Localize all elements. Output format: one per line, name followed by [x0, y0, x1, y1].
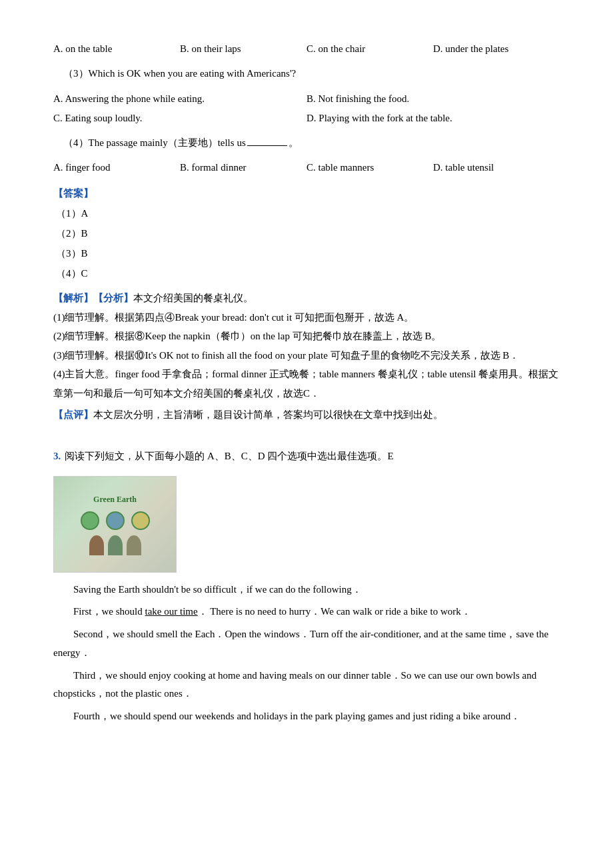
q3-option-b: B. Not finishing the food.	[306, 89, 560, 109]
answer-line-3: （4）C	[56, 263, 560, 283]
analysis-sublabel: 【分析】	[93, 293, 133, 303]
circle-1	[81, 511, 99, 530]
analysis-detail-0: (1)细节理解。根据第四点④Break your bread: don't cu…	[53, 308, 560, 327]
paragraph-1: First，we should take our time． There is …	[53, 603, 560, 621]
answer-line-1: （2）B	[56, 223, 560, 243]
image-decoration	[81, 511, 150, 530]
q4-text: （4）The passage mainly（主要地）tells us	[63, 137, 246, 148]
answers-lines: （1）A（2）B（3）B（4）C	[53, 203, 560, 283]
analysis-section: 【解析】【分析】本文介绍美国的餐桌礼仪。 (1)细节理解。根据第四点④Break…	[53, 289, 560, 425]
paragraph-4: Fourth，we should spend our weekends and …	[53, 707, 560, 726]
q2-option-c: C. on the chair	[306, 40, 433, 58]
paragraph-2: Second，we should smell the Each．Open the…	[53, 625, 560, 663]
analysis-details: (1)细节理解。根据第四点④Break your bread: don't cu…	[53, 308, 560, 403]
section3-text: 阅读下列短文，从下面每小题的 A、B、C、D 四个选项中选出最佳选项。E	[65, 447, 393, 465]
section3-container: 3. 阅读下列短文，从下面每小题的 A、B、C、D 四个选项中选出最佳选项。E …	[53, 435, 560, 726]
q4-option-d: D. table utensil	[433, 159, 560, 177]
q3-option-d: D. Playing with the fork at the table.	[306, 109, 560, 128]
q2-option-d: D. under the plates	[433, 40, 560, 58]
analysis-intro: 本文介绍美国的餐桌礼仪。	[133, 293, 253, 303]
q2-option-b: B. on their laps	[180, 40, 306, 58]
image-inner: Green Earth	[54, 477, 176, 572]
figure-1	[89, 535, 104, 555]
analysis-header: 【解析】【分析】本文介绍美国的餐桌礼仪。	[53, 289, 560, 308]
q3-options-row: A. Answering the phone while eating. B. …	[53, 89, 560, 127]
circle-2	[106, 511, 125, 530]
answers-label: 【答案】	[53, 188, 93, 199]
answers-section: 【答案】 （1）A（2）B（3）B（4）C	[53, 183, 560, 283]
q3-text: （3）Which is OK when you are eating with …	[63, 68, 296, 79]
analysis-detail-2: (3)细节理解。根据⑩It's OK not to finish all the…	[53, 346, 560, 365]
q4-question: （4）The passage mainly（主要地）tells us。	[53, 134, 560, 152]
answer-line-2: （3）B	[56, 243, 560, 263]
image-figures	[89, 535, 141, 555]
section3-paragraphs: Saving the Earth shouldn't be so difficu…	[53, 581, 560, 726]
q2-option-a: A. on the table	[53, 40, 180, 58]
comment-text: 本文层次分明，主旨清晰，题目设计简单，答案均可以很快在文章中找到出处。	[93, 409, 443, 420]
underline-taketime: take our time	[145, 606, 198, 617]
image-title: Green Earth	[93, 493, 137, 507]
paragraph-3: Third，we should enjoy cooking at home an…	[53, 667, 560, 704]
q3-option-a: A. Answering the phone while eating.	[53, 89, 306, 109]
answer-line-0: （1）A	[56, 203, 560, 223]
section3-number: 3.	[53, 447, 61, 465]
section3-image: Green Earth	[53, 476, 177, 573]
paragraph-0: Saving the Earth shouldn't be so difficu…	[53, 581, 560, 599]
q4-blank: 。	[246, 137, 299, 148]
figure-2	[108, 535, 123, 555]
q4-options-row: A. finger food B. formal dinner C. table…	[53, 159, 560, 177]
q3-option-c: C. Eating soup loudly.	[53, 109, 306, 128]
q4-option-a: A. finger food	[53, 159, 180, 177]
comment-label: 【点评】	[53, 409, 93, 420]
figure-3	[127, 535, 141, 555]
q3-question: （3）Which is OK when you are eating with …	[53, 65, 560, 83]
section3-header: 3. 阅读下列短文，从下面每小题的 A、B、C、D 四个选项中选出最佳选项。E	[53, 435, 560, 471]
analysis-comment-row: 【点评】本文层次分明，主旨清晰，题目设计简单，答案均可以很快在文章中找到出处。	[53, 405, 560, 425]
analysis-detail-1: (2)细节理解。根据⑧Keep the napkin（餐巾）on the lap…	[53, 327, 560, 346]
q4-option-c: C. table manners	[306, 159, 433, 177]
q2-options-row: A. on the table B. on their laps C. on t…	[53, 40, 560, 58]
q4-option-b: B. formal dinner	[180, 159, 306, 177]
analysis-detail-3: (4)主旨大意。finger food 手拿食品；formal dinner 正…	[53, 365, 560, 403]
circle-3	[131, 511, 150, 530]
analysis-label: 【解析】	[53, 293, 93, 303]
